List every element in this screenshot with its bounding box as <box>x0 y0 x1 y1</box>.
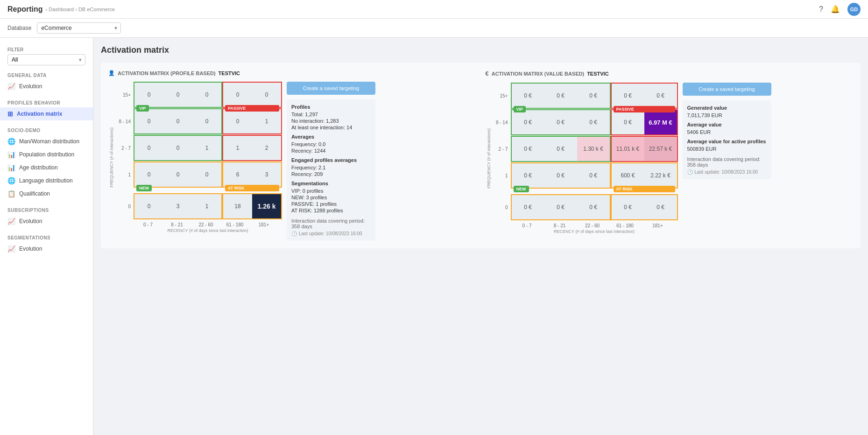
value-matrix-block: € ACTIVATION MATRIX (VALUE BASED) TESTVI… <box>486 70 854 241</box>
val-cell-r1-c2[interactable]: 0 € <box>544 163 577 188</box>
val-cell-r15-c5[interactable]: 0 € <box>644 84 677 108</box>
cell-r27-c5[interactable]: 2 <box>252 136 281 160</box>
gen-value: 7,011,739 EUR <box>687 112 767 118</box>
app-title: Reporting <box>7 5 43 14</box>
seg-new: NEW: 3 profiles <box>291 195 371 200</box>
sidebar-item-population[interactable]: 📊 Population distribution <box>0 148 93 161</box>
val-cell-r15-c1[interactable]: 0 € <box>512 84 544 108</box>
cell-r8-c5[interactable]: 1 <box>252 109 281 133</box>
val-cell-r15-c2[interactable]: 0 € <box>544 84 577 108</box>
val-cell-r1-c5[interactable]: 2.22 k € <box>644 163 677 188</box>
val-x-tick-1: 0 - 7 <box>511 223 543 228</box>
sidebar-item-evolution-general[interactable]: 📈 Evolution <box>0 80 93 93</box>
cell-r1-c3[interactable]: 0 <box>192 162 221 187</box>
cell-r0-c1[interactable]: 0 <box>134 194 163 218</box>
cell-r0-c4[interactable]: 18 <box>223 194 252 218</box>
cell-r8-c2[interactable]: 0 <box>163 109 192 133</box>
sidebar-item-label: Man/Woman distribution <box>19 138 79 145</box>
help-icon[interactable]: ? <box>819 5 823 14</box>
x-ticks-value: 0 - 7 8 - 21 22 - 60 61 - 180 181+ <box>494 223 678 228</box>
cell-r1-c2[interactable]: 0 <box>163 162 192 187</box>
val-cell-r15-c3[interactable]: 0 € <box>577 84 610 108</box>
cell-r8-c4[interactable]: 0 <box>223 109 252 133</box>
filter-select-wrap: All <box>7 54 85 65</box>
new-row-0: 0 3 1 <box>134 193 222 219</box>
engaged-freq: Frequency: 2.1 <box>291 165 371 170</box>
val-cell-r8-c5-highlight[interactable]: 6.97 M € <box>644 110 677 134</box>
val-cell-r1-c3[interactable]: 0 € <box>577 163 610 188</box>
val-cell-r0-c1[interactable]: 0 € <box>512 195 544 219</box>
val-cell-r8-c2[interactable]: 0 € <box>544 110 577 134</box>
val-new-row-1: 0 € 0 € 0 € NEW <box>511 162 611 189</box>
cell-r0-c5-highlight[interactable]: 1.26 k <box>252 194 281 218</box>
val-cell-r8-c3[interactable]: 0 € <box>577 110 610 134</box>
x-tick-4: 61 - 180 <box>220 222 249 227</box>
profile-matrix-inner: FREQUENCY (# of interactions) 15+ <box>108 82 476 241</box>
row-label-2-7: 2 - 7 <box>117 146 134 151</box>
val-cell-r27-c3[interactable]: 1.30 k € <box>577 137 610 161</box>
sidebar-section-subscriptions: SUBSCRIPTIONS 📈 Evolution <box>0 204 93 228</box>
sidebar-item-label: Activation matrix <box>17 111 62 117</box>
database-select[interactable]: eCommerce <box>37 22 121 34</box>
val-cell-r0-c5[interactable]: 0 € <box>644 195 677 219</box>
create-targeting-profile-btn[interactable]: Create a saved targeting <box>287 82 375 95</box>
cell-r1-c1[interactable]: 0 <box>134 162 163 187</box>
evolution-icon: 📈 <box>7 83 15 90</box>
x-tick-5: 181+ <box>249 222 278 227</box>
val-cell-r0-c4[interactable]: 0 € <box>612 195 644 219</box>
val-x-tick-3: 22 - 60 <box>576 223 609 228</box>
cell-r0-c2[interactable]: 3 <box>163 194 192 218</box>
val-cell-r27-c1[interactable]: 0 € <box>512 137 544 161</box>
main-content: Activation matrix 👤 ACTIVATION MATRIX (P… <box>93 38 868 435</box>
val-cell-r27-c5[interactable]: 22.57 k € <box>644 137 677 161</box>
sidebar-item-qualification[interactable]: 📋 Qualification <box>0 187 93 200</box>
row-label-15: 15+ <box>117 92 134 98</box>
passive-row-8-14: 0 1 <box>222 108 282 134</box>
cell-r27-c4[interactable]: 1 <box>223 136 252 160</box>
create-targeting-value-btn[interactable]: Create a saved targeting <box>683 83 771 96</box>
val-cell-r15-c4[interactable]: 0 € <box>612 84 644 108</box>
cell-r27-c2[interactable]: 0 <box>163 136 192 160</box>
value-grid-and-yaxis: FREQUENCY (# of interactions) 15+ 0 € 0 … <box>486 83 678 234</box>
cell-r15-c4[interactable]: 0 <box>223 83 252 107</box>
val-passive-row-2-7: 11.01 k € 22.57 k € <box>611 136 678 162</box>
bell-icon[interactable]: 🔔 <box>831 5 840 14</box>
y-axis-label-val: FREQUENCY (# of interactions) <box>487 128 491 188</box>
cell-r1-c5[interactable]: 3 <box>252 162 281 187</box>
cell-r8-c1[interactable]: 0 <box>134 109 163 133</box>
val-cell-r27-c4[interactable]: 11.01 k € <box>612 137 644 161</box>
cell-r15-c5[interactable]: 0 <box>252 83 281 107</box>
vip-badge: VIP <box>136 105 149 112</box>
sidebar-item-age[interactable]: 📊 Age distribution <box>0 161 93 174</box>
cell-r1-c4[interactable]: 6 <box>223 162 252 187</box>
val-cell-r0-c2[interactable]: 0 € <box>544 195 577 219</box>
breadcrumb: › Dashboard › DB eCommerce <box>46 7 115 12</box>
val-cell-r8-c4[interactable]: 0 € <box>612 110 644 134</box>
sidebar-item-man-woman[interactable]: 🌐 Man/Woman distribution <box>0 135 93 148</box>
cell-r27-c1[interactable]: 0 <box>134 136 163 160</box>
cell-r15-c2[interactable]: 0 <box>163 83 192 107</box>
sidebar-item-evolution-seg[interactable]: 📈 Evolution <box>0 242 93 255</box>
avatar[interactable]: GD <box>847 3 861 16</box>
cell-r27-c3[interactable]: 1 <box>192 136 221 160</box>
sidebar-item-activation-matrix[interactable]: ⊞ Activation matrix <box>0 107 93 120</box>
val-vip-row-2-7: 0 € 0 € 1.30 k € <box>511 136 611 162</box>
cell-r0-c3[interactable]: 1 <box>192 194 221 218</box>
cell-r8-c3[interactable]: 0 <box>192 109 221 133</box>
val-cell-r1-c4[interactable]: 600 € <box>612 163 644 188</box>
profile-header-icon: 👤 <box>108 70 115 76</box>
val-cell-r27-c2[interactable]: 0 € <box>544 137 577 161</box>
matrix-section: 👤 ACTIVATION MATRIX (PROFILE BASED) TEST… <box>101 63 861 248</box>
val-cell-r0-c3[interactable]: 0 € <box>577 195 610 219</box>
val-cell-r8-c1[interactable]: 0 € <box>512 110 544 134</box>
qual-icon: 📋 <box>7 190 15 197</box>
sidebar-item-language[interactable]: 🌐 Language distribution <box>0 174 93 187</box>
database-select-wrap: eCommerce <box>37 22 121 34</box>
cell-r15-c1[interactable]: 0 <box>134 83 163 107</box>
cell-r15-c3[interactable]: 0 <box>192 83 221 107</box>
passive-badge: PASSIVE <box>225 105 279 112</box>
val-row-1: 1 0 € 0 € 0 € NEW 600 € <box>494 162 678 189</box>
sidebar-item-evolution-sub[interactable]: 📈 Evolution <box>0 215 93 228</box>
val-cell-r1-c1[interactable]: 0 € <box>512 163 544 188</box>
filter-select[interactable]: All <box>7 54 85 65</box>
